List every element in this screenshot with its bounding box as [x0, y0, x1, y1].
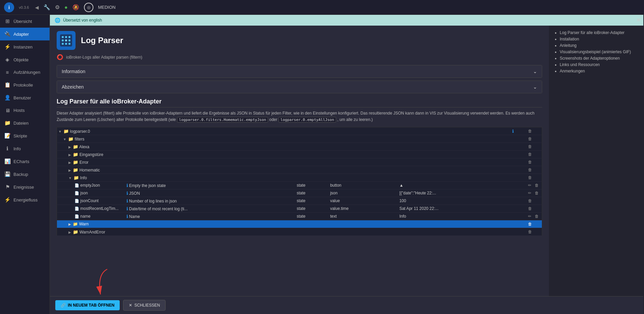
sidebar-item-adapter[interactable]: 🔌 Adapter	[0, 28, 50, 40]
info-badge-icon[interactable]: ℹ	[512, 129, 514, 134]
sidebar-item-uebersicht[interactable]: ⊞ Übersicht	[0, 15, 50, 28]
delete-btn-warn[interactable]: 🗑	[527, 221, 533, 227]
toc-item-5[interactable]: Screenshots der Adapteroptionen	[560, 56, 638, 61]
open-in-tab-button[interactable]: 🔗 IN NEUEM TAB ÖFFNEN	[55, 300, 120, 310]
code-snippet-2: logparser.0.emptyAllJson	[279, 117, 336, 123]
delete-btn-mostrecentlogtime[interactable]: 🗑	[527, 206, 533, 211]
value-emptyjson: ▲	[397, 182, 510, 189]
svg-point-6	[68, 39, 70, 41]
toc-link-1[interactable]: Log Parser für alle ioBroker-Adapter	[560, 30, 624, 35]
accordion-information-header[interactable]: Information ⌄	[57, 65, 542, 77]
node-logparser: logparser.0	[70, 129, 90, 134]
toc-link-3[interactable]: Anleitung	[560, 43, 577, 48]
expand-wanderror[interactable]: ▶	[68, 230, 71, 234]
file-icon: 📄	[75, 191, 79, 195]
delete-btn-filters[interactable]: 🗑	[527, 136, 533, 142]
toc-link-4[interactable]: Visualisierungsbeispiel (animiertes GIF)	[560, 50, 631, 54]
backup-icon: 💾	[4, 171, 11, 177]
delete-btn-eingangstuer[interactable]: 🗑	[527, 152, 533, 157]
modal-close-button[interactable]: ✕	[636, 17, 641, 23]
delete-btn-alexa[interactable]: 🗑	[527, 144, 533, 149]
sidebar-item-skripte[interactable]: 📝 Skripte	[0, 129, 50, 142]
expand-eingangstuer[interactable]: ▶	[68, 153, 71, 157]
delete-btn-homematic[interactable]: 🗑	[527, 167, 533, 172]
node-filters: filters	[75, 137, 85, 142]
expand-homematic[interactable]: ▶	[68, 168, 71, 172]
wrench-icon[interactable]: 🔧	[43, 4, 50, 10]
table-row: 📄 name ℹ Name state text In	[57, 213, 542, 220]
toc-link-7[interactable]: Anmerkungen	[560, 69, 585, 73]
sidebar-item-protokolle[interactable]: 📋 Protokolle	[0, 78, 50, 91]
edit-btn-name[interactable]: ✏	[527, 214, 532, 219]
sidebar-item-aufzaehlungen[interactable]: ≡ Aufzählungen	[0, 66, 50, 78]
accordion-abzeichen-chevron: ⌄	[533, 84, 537, 90]
delete-btn-json[interactable]: 🗑	[534, 190, 540, 196]
edit-btn-emptyjson[interactable]: ✏	[527, 183, 532, 188]
node-warn: Warn	[79, 222, 89, 226]
accordion-abzeichen-header[interactable]: Abzeichen ⌄	[57, 81, 542, 93]
sidebar-item-dateien[interactable]: 📁 Dateien	[0, 117, 50, 129]
sidebar-item-benutzer[interactable]: 👤 Benutzer	[0, 91, 50, 104]
close-button[interactable]: ✕ SCHLIESSEN	[123, 300, 166, 311]
delete-btn-name[interactable]: 🗑	[534, 214, 540, 219]
sidebar-label-instanzen: Instanzen	[13, 44, 32, 50]
delete-btn-error[interactable]: 🗑	[527, 159, 533, 165]
node-alexa: Alexa	[79, 145, 89, 149]
toc-link-5[interactable]: Screenshots der Adapteroptionen	[560, 56, 620, 61]
expand-info[interactable]: ▼	[68, 176, 72, 180]
sidebar-item-backup[interactable]: 💾 Backup	[0, 168, 50, 181]
toc-item-2[interactable]: Installation	[560, 37, 638, 41]
expand-error[interactable]: ▶	[68, 161, 71, 164]
sidebar-item-instanzen[interactable]: ⚡ Instanzen	[0, 40, 50, 53]
accordion-information-chevron: ⌄	[533, 69, 537, 74]
delete-btn-emptyjson[interactable]: 🗑	[534, 183, 540, 188]
toc-item-1[interactable]: Log Parser für alle ioBroker-Adapter	[560, 30, 638, 35]
delete-btn-jsoncount[interactable]: 🗑	[527, 198, 533, 203]
github-description: ioBroker-Logs aller Adapter parsen (filt…	[66, 55, 142, 60]
modal-footer: 🔗 IN NEUEM TAB ÖFFNEN ✕ SCHLIESSEN	[50, 296, 643, 314]
toc-link-2[interactable]: Installation	[560, 37, 579, 41]
close-icon: ✕	[129, 303, 132, 308]
node-emptyjson: emptyJson	[80, 183, 100, 188]
files-icon: 📁	[4, 120, 11, 126]
toc-item-4[interactable]: Visualisierungsbeispiel (animiertes GIF)	[560, 50, 638, 54]
delete-btn-wanderror[interactable]: 🗑	[527, 229, 533, 234]
delete-btn-info[interactable]: 🗑	[527, 175, 533, 180]
sidebar-item-ereignisse[interactable]: ⚑ Ereignisse	[0, 181, 50, 193]
sidebar-collapse-btn[interactable]: ◀	[35, 5, 39, 10]
toc-link-6[interactable]: Links und Ressourcen	[560, 62, 600, 67]
sidebar-item-energiefluss[interactable]: ⚡ Energiefluss	[0, 193, 50, 206]
delete-btn-logparser[interactable]: 🗑	[527, 128, 533, 134]
role-emptyjson: button	[328, 182, 387, 189]
name-info-icon[interactable]: ℹ	[126, 214, 128, 219]
modal-left-panel: Log Parser ⭕ ioBroker-Logs aller Adapter…	[50, 26, 549, 296]
sidebar-item-hosts[interactable]: 🖥 Hosts	[0, 104, 50, 117]
toc-item-6[interactable]: Links und Ressourcen	[560, 62, 638, 67]
expand-alexa[interactable]: ▶	[68, 145, 71, 149]
role-mostrecentlogtime: value.time	[328, 205, 387, 213]
sidebar-item-info[interactable]: ℹ Info	[0, 142, 50, 155]
edit-btn-json[interactable]: ✏	[527, 190, 532, 196]
toc-item-3[interactable]: Anleitung	[560, 43, 638, 48]
empty-json-info-icon[interactable]: ℹ	[126, 183, 128, 188]
expand-filters[interactable]: ▼	[63, 137, 66, 141]
toc-item-7[interactable]: Anmerkungen	[560, 69, 638, 73]
mostrecentlogtime-info-icon[interactable]: ℹ	[126, 206, 128, 211]
node-json: json	[80, 191, 88, 195]
sidebar-item-echarts[interactable]: 📊 ECharts	[0, 155, 50, 168]
expand-logparser[interactable]: ▼	[58, 130, 62, 133]
state-emptyjson: state	[295, 182, 328, 189]
svg-point-8	[65, 43, 67, 45]
bell-mute-icon[interactable]: 🔕	[72, 4, 79, 10]
jsoncount-info-icon[interactable]: ℹ	[126, 198, 128, 203]
folder-icon: 📁	[68, 136, 74, 142]
github-icon: ⭕	[57, 54, 63, 60]
sidebar-item-objekte[interactable]: ◈ Objekte	[0, 53, 50, 66]
desc-part3: , um alle zu leeren.)	[337, 117, 373, 122]
json-info-icon[interactable]: ℹ	[126, 191, 128, 196]
svg-point-2	[65, 36, 67, 38]
gear-icon[interactable]: ⚙	[55, 4, 60, 10]
events-icon: ⚑	[4, 184, 11, 190]
instances-icon: ⚡	[4, 44, 11, 50]
expand-warn[interactable]: ▶	[68, 222, 71, 226]
